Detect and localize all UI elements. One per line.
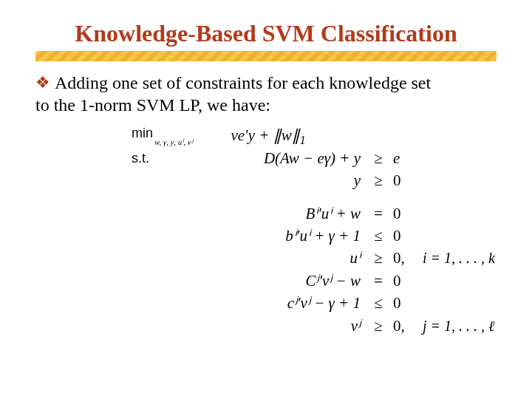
min-text: min xyxy=(132,126,153,140)
c5-tail: i = 1, . . . , k xyxy=(415,248,495,269)
c8-tail: j = 1, . . . , ℓ xyxy=(415,316,494,337)
c3-right: 0 xyxy=(389,202,415,225)
c3-left: Bⁱ′uⁱ + w xyxy=(176,202,368,225)
c4-op: ≤ xyxy=(368,225,389,247)
c2-right: 0 xyxy=(389,169,415,191)
body-text-line-1: ❖Adding one set of constraints for each … xyxy=(35,72,497,94)
slide-title: Knowledge-Based SVM Classification xyxy=(35,21,497,47)
slide: Knowledge-Based SVM Classification ❖Addi… xyxy=(0,0,532,399)
math-constraint-4: bⁱ′uⁱ + γ + 1 ≤ 0 xyxy=(132,225,497,247)
math-spacer-1 xyxy=(132,192,497,202)
c7-left: cʲ′vʲ − γ + 1 xyxy=(176,292,368,314)
c6-left: Cʲ′vʲ − w xyxy=(176,270,368,292)
math-constraint-2: y ≥ 0 xyxy=(132,169,497,191)
c8-op: ≥ xyxy=(368,315,389,337)
c4-left: bⁱ′uⁱ + γ + 1 xyxy=(176,225,368,247)
c8-right: 0, xyxy=(389,315,415,337)
c5-right: 0, xyxy=(389,247,415,269)
c1-right: e xyxy=(389,147,415,169)
c7-right: 0 xyxy=(389,292,415,314)
title-underline xyxy=(35,51,497,61)
math-constraint-6: Cʲ′vʲ − w = 0 xyxy=(132,270,497,292)
math-constraint-3: Bⁱ′uⁱ + w = 0 xyxy=(132,202,497,225)
math-constraint-1: s.t. D(Aw − eγ) + y ≥ e xyxy=(132,147,497,169)
st-label: s.t. xyxy=(132,149,176,168)
c8-left: vʲ xyxy=(176,315,368,337)
objective: νe′y + ‖w‖1 xyxy=(176,124,368,146)
math-constraint-8: vʲ ≥ 0, j = 1, . . . , ℓ xyxy=(132,315,497,337)
c4-right: 0 xyxy=(389,225,415,247)
body-text-1: Adding one set of constraints for each k… xyxy=(55,73,431,92)
c2-left: y xyxy=(176,169,368,191)
objective-norm-sub: 1 xyxy=(300,134,306,146)
c7-op: ≤ xyxy=(368,292,389,314)
math-constraint-5: uⁱ ≥ 0, i = 1, . . . , k xyxy=(132,247,497,269)
math-constraint-7: cʲ′vʲ − γ + 1 ≤ 0 xyxy=(132,292,497,314)
diamond-bullet-icon: ❖ xyxy=(35,72,50,93)
c2-op: ≥ xyxy=(368,169,389,191)
min-label: minw, γ, y, uⁱ, vʲ xyxy=(132,123,176,147)
c1-left: D(Aw − eγ) + y xyxy=(176,147,368,169)
body-text-line-2: to the 1-norm SVM LP, we have: xyxy=(35,94,497,116)
math-min-row: minw, γ, y, uⁱ, vʲ νe′y + ‖w‖1 xyxy=(132,123,497,147)
math-formulation: minw, γ, y, uⁱ, vʲ νe′y + ‖w‖1 s.t. D(Aw… xyxy=(132,123,497,337)
c1-op: ≥ xyxy=(368,147,389,169)
c5-op: ≥ xyxy=(368,247,389,269)
c5-left: uⁱ xyxy=(176,247,368,269)
c6-right: 0 xyxy=(389,270,415,292)
c3-op: = xyxy=(368,202,389,225)
objective-expr: νe′y + ‖w‖ xyxy=(231,126,299,144)
c6-op: = xyxy=(368,270,389,292)
